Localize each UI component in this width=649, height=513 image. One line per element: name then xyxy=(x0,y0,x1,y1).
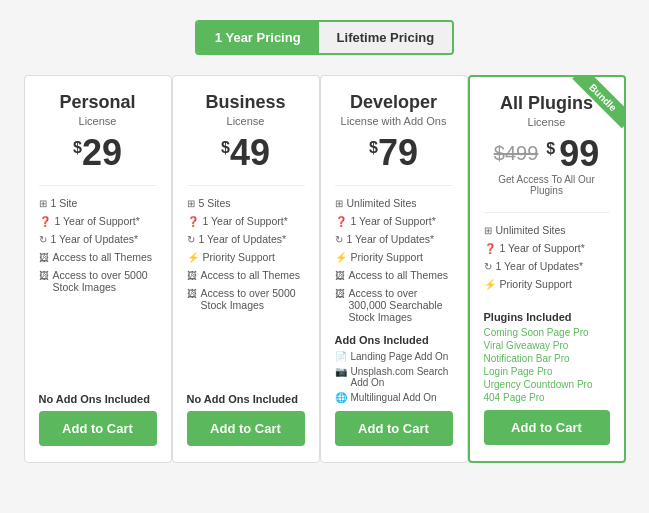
list-item: ❓1 Year of Support* xyxy=(335,212,453,230)
all-plugins-plugins-section: Plugins Included Coming Soon Page Pro Vi… xyxy=(484,311,610,404)
developer-add-to-cart-button[interactable]: Add to Cart xyxy=(335,411,453,446)
list-item: ⚡Priority Support xyxy=(484,275,610,293)
developer-feature-list: ⊞Unlimited Sites ❓1 Year of Support* ↻1 … xyxy=(335,194,453,326)
wp-icon: ⊞ xyxy=(187,198,195,209)
support-icon: ❓ xyxy=(335,216,347,227)
business-no-addons: No Add Ons Included xyxy=(187,393,305,405)
all-plugins-plan-subtitle: License xyxy=(528,116,566,128)
developer-addons-title: Add Ons Included xyxy=(335,334,453,346)
plugin-item: Urgency Countdown Pro xyxy=(484,378,610,391)
all-plugins-plugins-title: Plugins Included xyxy=(484,311,610,323)
business-plan-price: $ 49 xyxy=(221,135,270,171)
images-icon: 🖼 xyxy=(335,288,345,299)
developer-addons-section: Add Ons Included 📄Landing Page Add On 📷U… xyxy=(335,334,453,405)
list-item: ↻1 Year of Updates* xyxy=(335,230,453,248)
personal-feature-list: ⊞1 Site ❓1 Year of Support* ↻1 Year of U… xyxy=(39,194,157,379)
wp-icon: ⊞ xyxy=(484,225,492,236)
yearly-pricing-toggle[interactable]: 1 Year Pricing xyxy=(197,22,319,53)
plugin-item: Notification Bar Pro xyxy=(484,352,610,365)
list-item: ❓1 Year of Support* xyxy=(187,212,305,230)
all-plugins-price-new: 99 xyxy=(559,136,599,172)
business-plan-card: Business License $ 49 ⊞5 Sites ❓1 Year o… xyxy=(172,75,320,463)
list-item: 🖼Access to all Themes xyxy=(335,266,453,284)
lifetime-pricing-toggle[interactable]: Lifetime Pricing xyxy=(319,22,453,53)
developer-price-amount: 79 xyxy=(378,135,418,171)
personal-no-addons: No Add Ons Included xyxy=(39,393,157,405)
all-plugins-feature-list: ⊞Unlimited Sites ❓1 Year of Support* ↻1 … xyxy=(484,221,610,303)
personal-price-amount: 29 xyxy=(82,135,122,171)
list-item: ❓1 Year of Support* xyxy=(484,239,610,257)
support-icon: ❓ xyxy=(39,216,51,227)
addon-item: 📷Unsplash.com Search Add On xyxy=(335,364,453,390)
themes-icon: 🖼 xyxy=(335,270,345,281)
personal-plan-subtitle: License xyxy=(79,115,117,127)
addon-icon: 📄 xyxy=(335,351,347,362)
images-icon: 🖼 xyxy=(187,288,197,299)
business-plan-title: Business xyxy=(205,92,285,113)
support-icon: ❓ xyxy=(187,216,199,227)
themes-icon: 🖼 xyxy=(187,270,197,281)
priority-icon: ⚡ xyxy=(187,252,199,263)
business-price-dollar: $ xyxy=(221,139,230,157)
updates-icon: ↻ xyxy=(335,234,343,245)
support-icon: ❓ xyxy=(484,243,496,254)
personal-plan-title: Personal xyxy=(59,92,135,113)
addon-item: 📄Landing Page Add On xyxy=(335,349,453,364)
list-item: ❓1 Year of Support* xyxy=(39,212,157,230)
list-item: 🖼Access to over 5000 Stock Images xyxy=(187,284,305,314)
list-item: 🖼Access to over 5000 Stock Images xyxy=(39,266,157,296)
plans-container: Personal License $ 29 ⊞1 Site ❓1 Year of… xyxy=(24,75,626,463)
business-plan-subtitle: License xyxy=(227,115,265,127)
list-item: 🖼Access to all Themes xyxy=(187,266,305,284)
addon-icon: 📷 xyxy=(335,366,347,377)
business-feature-list: ⊞5 Sites ❓1 Year of Support* ↻1 Year of … xyxy=(187,194,305,379)
all-plugins-price-old: $499 xyxy=(494,142,539,165)
list-item: ↻1 Year of Updates* xyxy=(484,257,610,275)
list-item: 🖼Access to all Themes xyxy=(39,248,157,266)
all-plugins-price-new-dollar: $ xyxy=(546,140,555,158)
personal-plan-card: Personal License $ 29 ⊞1 Site ❓1 Year of… xyxy=(24,75,172,463)
plugin-item: Coming Soon Page Pro xyxy=(484,326,610,339)
developer-plan-title: Developer xyxy=(350,92,437,113)
plugin-item: 404 Page Pro xyxy=(484,391,610,404)
addon-item: 🌐Multilingual Add On xyxy=(335,390,453,405)
list-item: ⚡Priority Support xyxy=(187,248,305,266)
list-item: ⊞Unlimited Sites xyxy=(335,194,453,212)
developer-plan-card: Developer License with Add Ons $ 79 ⊞Unl… xyxy=(320,75,468,463)
personal-price-dollar: $ xyxy=(73,139,82,157)
bundle-ribbon xyxy=(564,77,624,137)
addon-icon: 🌐 xyxy=(335,392,347,403)
all-plugins-price-note: Get Access To All Our Plugins xyxy=(484,174,610,196)
images-icon: 🖼 xyxy=(39,270,49,281)
updates-icon: ↻ xyxy=(484,261,492,272)
all-plugins-plan-card: All Plugins License $499 $ 99 Get Access… xyxy=(468,75,626,463)
list-item: ⊞5 Sites xyxy=(187,194,305,212)
business-add-to-cart-button[interactable]: Add to Cart xyxy=(187,411,305,446)
plugin-item: Viral Giveaway Pro xyxy=(484,339,610,352)
list-item: ⊞1 Site xyxy=(39,194,157,212)
wp-icon: ⊞ xyxy=(335,198,343,209)
list-item: ⚡Priority Support xyxy=(335,248,453,266)
updates-icon: ↻ xyxy=(39,234,47,245)
list-item: 🖼Access to over 300,000 Searchable Stock… xyxy=(335,284,453,326)
list-item: ↻1 Year of Updates* xyxy=(39,230,157,248)
updates-icon: ↻ xyxy=(187,234,195,245)
list-item: ⊞Unlimited Sites xyxy=(484,221,610,239)
pricing-toggle-container: 1 Year Pricing Lifetime Pricing xyxy=(195,20,454,55)
developer-plan-subtitle: License with Add Ons xyxy=(341,115,447,127)
all-plugins-add-to-cart-button[interactable]: Add to Cart xyxy=(484,410,610,445)
developer-plan-price: $ 79 xyxy=(369,135,418,171)
themes-icon: 🖼 xyxy=(39,252,49,263)
priority-icon: ⚡ xyxy=(335,252,347,263)
plugin-item: Login Page Pro xyxy=(484,365,610,378)
priority-icon: ⚡ xyxy=(484,279,496,290)
personal-plan-price: $ 29 xyxy=(73,135,122,171)
developer-price-dollar: $ xyxy=(369,139,378,157)
personal-add-to-cart-button[interactable]: Add to Cart xyxy=(39,411,157,446)
business-price-amount: 49 xyxy=(230,135,270,171)
list-item: ↻1 Year of Updates* xyxy=(187,230,305,248)
wp-icon: ⊞ xyxy=(39,198,47,209)
all-plugins-price-container: $499 $ 99 xyxy=(494,136,599,172)
